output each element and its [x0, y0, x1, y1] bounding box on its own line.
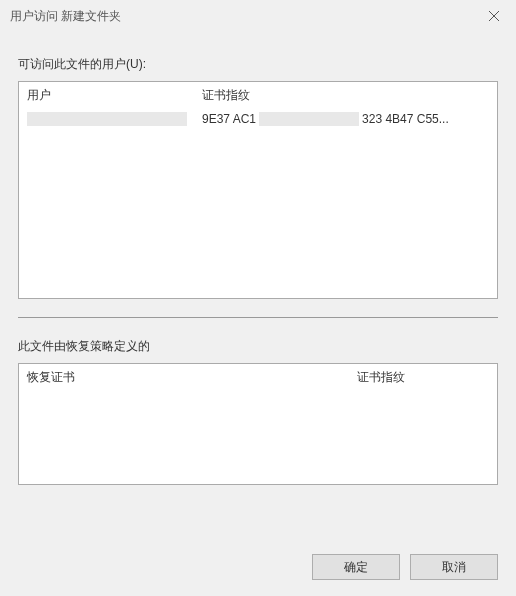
column-header-thumbprint2[interactable]: 证书指纹 — [349, 364, 497, 391]
cancel-button[interactable]: 取消 — [410, 554, 498, 580]
thumbprint-cell: 9E37 AC1323 4B47 C55... — [194, 110, 497, 129]
users-list-header: 用户 证书指纹 — [19, 82, 497, 108]
ok-button[interactable]: 确定 — [312, 554, 400, 580]
titlebar: 用户访问 新建文件夹 — [0, 0, 516, 32]
thumbprint-text-1: 9E37 AC1 — [202, 112, 256, 126]
close-icon — [489, 11, 499, 21]
users-list[interactable]: 用户 证书指纹 9E37 AC1323 4B47 C55... — [18, 81, 498, 299]
dialog-window: 用户访问 新建文件夹 可访问此文件的用户(U): 用户 证书指纹 9E37 AC… — [0, 0, 516, 596]
column-header-user[interactable]: 用户 — [19, 82, 194, 109]
close-button[interactable] — [471, 0, 516, 32]
thumbprint-text-2: 323 4B47 C55... — [362, 112, 449, 126]
user-cell — [19, 110, 194, 129]
column-header-thumbprint[interactable]: 证书指纹 — [194, 82, 497, 109]
window-title: 用户访问 新建文件夹 — [10, 8, 121, 25]
recovery-list[interactable]: 恢复证书 证书指纹 — [18, 363, 498, 485]
table-row[interactable]: 9E37 AC1323 4B47 C55... — [19, 108, 497, 130]
dialog-content: 可访问此文件的用户(U): 用户 证书指纹 9E37 AC1323 4B47 C… — [0, 32, 516, 540]
dialog-buttons: 确定 取消 — [0, 540, 516, 596]
redacted-block — [27, 112, 187, 126]
recovery-policy-label: 此文件由恢复策略定义的 — [18, 338, 498, 355]
section-divider — [18, 317, 498, 318]
users-access-label: 可访问此文件的用户(U): — [18, 56, 498, 73]
redacted-block — [259, 112, 359, 126]
column-header-recovery-cert[interactable]: 恢复证书 — [19, 364, 349, 391]
recovery-list-header: 恢复证书 证书指纹 — [19, 364, 497, 390]
